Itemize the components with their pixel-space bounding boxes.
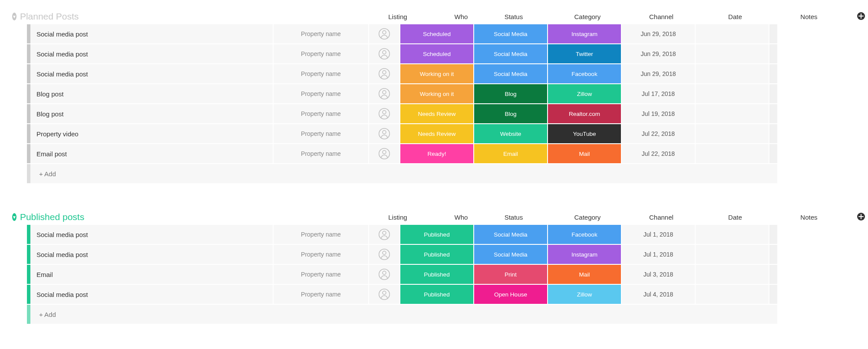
cell-status[interactable]: Scheduled — [400, 44, 474, 63]
cell-category[interactable]: Email — [474, 144, 548, 163]
table-row[interactable]: Social media postProperty nameScheduledS… — [27, 44, 864, 63]
cell-date[interactable]: Jul 22, 2018 — [622, 144, 696, 163]
cell-notes[interactable] — [696, 104, 769, 123]
cell-channel[interactable]: Realtor.com — [548, 104, 622, 123]
cell-listing[interactable]: Property name — [274, 104, 369, 123]
col-header-listing[interactable]: Listing — [350, 13, 446, 20]
col-header-channel[interactable]: Channel — [624, 214, 698, 221]
cell-channel[interactable]: Mail — [548, 265, 622, 284]
cell-date[interactable]: Jul 4, 2018 — [622, 285, 696, 304]
cell-notes[interactable] — [696, 24, 769, 43]
col-header-channel[interactable]: Channel — [624, 13, 698, 20]
cell-category[interactable]: Blog — [474, 84, 548, 103]
cell-who[interactable] — [369, 124, 400, 143]
col-header-date[interactable]: Date — [698, 214, 772, 221]
cell-listing[interactable]: Property name — [274, 24, 369, 43]
cell-date[interactable]: Jul 22, 2018 — [622, 124, 696, 143]
cell-notes[interactable] — [696, 285, 769, 304]
cell-category[interactable]: Social Media — [474, 245, 548, 264]
cell-notes[interactable] — [696, 64, 769, 83]
table-row[interactable]: Social media postProperty nameWorking on… — [27, 64, 864, 83]
table-row[interactable]: Email postProperty nameReady!EmailMailJu… — [27, 144, 864, 163]
cell-category[interactable]: Blog — [474, 104, 548, 123]
table-row[interactable]: EmailProperty namePublishedPrintMailJul … — [27, 265, 864, 284]
table-row[interactable]: Social media postProperty namePublishedS… — [27, 225, 864, 244]
cell-date[interactable]: Jun 29, 2018 — [622, 44, 696, 63]
cell-status[interactable]: Published — [400, 245, 474, 264]
cell-name[interactable]: Social media post — [30, 225, 274, 244]
cell-status[interactable]: Published — [400, 285, 474, 304]
col-header-category[interactable]: Category — [551, 13, 624, 20]
cell-name[interactable]: Email post — [30, 144, 274, 163]
col-header-date[interactable]: Date — [698, 13, 772, 20]
cell-who[interactable] — [369, 245, 400, 264]
cell-status[interactable]: Published — [400, 265, 474, 284]
col-header-who[interactable]: Who — [446, 214, 477, 221]
cell-category[interactable]: Website — [474, 124, 548, 143]
collapse-icon[interactable]: ▼ — [12, 213, 17, 221]
col-header-category[interactable]: Category — [551, 214, 624, 221]
cell-notes[interactable] — [696, 245, 769, 264]
table-row[interactable]: Blog postProperty nameWorking on itBlogZ… — [27, 84, 864, 103]
cell-notes[interactable] — [696, 84, 769, 103]
cell-who[interactable] — [369, 104, 400, 123]
table-row[interactable]: Blog postProperty nameNeeds ReviewBlogRe… — [27, 104, 864, 123]
cell-name[interactable]: Blog post — [30, 84, 274, 103]
cell-name[interactable]: Social media post — [30, 245, 274, 264]
cell-who[interactable] — [369, 265, 400, 284]
cell-status[interactable]: Scheduled — [400, 24, 474, 43]
cell-status[interactable]: Needs Review — [400, 104, 474, 123]
cell-status[interactable]: Working on it — [400, 84, 474, 103]
cell-who[interactable] — [369, 144, 400, 163]
cell-category[interactable]: Social Media — [474, 44, 548, 63]
cell-channel[interactable]: Zillow — [548, 285, 622, 304]
cell-category[interactable]: Print — [474, 265, 548, 284]
cell-category[interactable]: Social Media — [474, 24, 548, 43]
cell-listing[interactable]: Property name — [274, 64, 369, 83]
cell-channel[interactable]: Instagram — [548, 24, 622, 43]
cell-name[interactable]: Property video — [30, 124, 274, 143]
cell-category[interactable]: Social Media — [474, 64, 548, 83]
cell-who[interactable] — [369, 44, 400, 63]
cell-name[interactable]: Social media post — [30, 24, 274, 43]
collapse-icon[interactable]: ▼ — [12, 13, 17, 20]
cell-who[interactable] — [369, 285, 400, 304]
col-header-listing[interactable]: Listing — [350, 214, 446, 221]
cell-listing[interactable]: Property name — [274, 84, 369, 103]
add-column-button[interactable] — [855, 212, 868, 222]
cell-channel[interactable]: YouTube — [548, 124, 622, 143]
col-header-status[interactable]: Status — [477, 13, 551, 20]
col-header-status[interactable]: Status — [477, 214, 551, 221]
cell-status[interactable]: Working on it — [400, 64, 474, 83]
cell-who[interactable] — [369, 225, 400, 244]
cell-date[interactable]: Jun 29, 2018 — [622, 64, 696, 83]
cell-listing[interactable]: Property name — [274, 124, 369, 143]
cell-name[interactable]: Blog post — [30, 104, 274, 123]
cell-listing[interactable]: Property name — [274, 225, 369, 244]
cell-channel[interactable]: Facebook — [548, 225, 622, 244]
cell-category[interactable]: Social Media — [474, 225, 548, 244]
add-row-label[interactable]: + Add — [30, 164, 778, 183]
col-header-notes[interactable]: Notes — [772, 214, 846, 221]
add-row[interactable]: + Add — [27, 305, 864, 324]
table-row[interactable]: Property videoProperty nameNeeds ReviewW… — [27, 124, 864, 143]
table-row[interactable]: Social media postProperty namePublishedO… — [27, 285, 864, 304]
cell-status[interactable]: Published — [400, 225, 474, 244]
cell-who[interactable] — [369, 64, 400, 83]
cell-listing[interactable]: Property name — [274, 44, 369, 63]
col-header-notes[interactable]: Notes — [772, 13, 846, 20]
cell-who[interactable] — [369, 84, 400, 103]
cell-name[interactable]: Social media post — [30, 285, 274, 304]
cell-status[interactable]: Needs Review — [400, 124, 474, 143]
cell-channel[interactable]: Twitter — [548, 44, 622, 63]
cell-date[interactable]: Jul 3, 2018 — [622, 265, 696, 284]
cell-category[interactable]: Open House — [474, 285, 548, 304]
cell-notes[interactable] — [696, 225, 769, 244]
add-column-button[interactable] — [855, 12, 868, 21]
cell-name[interactable]: Social media post — [30, 64, 274, 83]
cell-name[interactable]: Social media post — [30, 44, 274, 63]
cell-notes[interactable] — [696, 124, 769, 143]
table-row[interactable]: Social media postProperty namePublishedS… — [27, 245, 864, 264]
cell-channel[interactable]: Instagram — [548, 245, 622, 264]
group-title[interactable]: Published posts — [20, 212, 107, 222]
